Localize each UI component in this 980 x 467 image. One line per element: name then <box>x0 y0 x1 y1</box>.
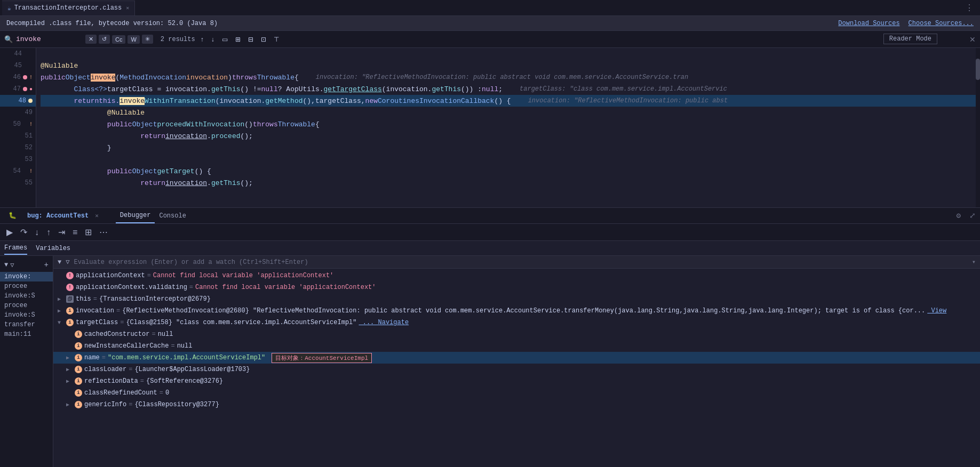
funnel-button[interactable]: ⊤ <box>272 35 281 44</box>
frame-item-invoke[interactable]: invoke: <box>0 272 53 281</box>
code-editor[interactable]: @Nullable public Object invoke ( MethodI… <box>36 48 976 207</box>
code-line-48: return this. invoke WithinTransaction (i… <box>41 95 976 107</box>
resume-button[interactable]: ▶ <box>4 226 15 238</box>
frame-item-proceed[interactable]: procee <box>0 281 53 291</box>
frames-panel: ▼ ▽ + invoke: procee invoke:S procee inv… <box>0 256 53 467</box>
var-val-invocation: {ReflectiveMethodInvocation@2680} "Refle… <box>122 307 925 315</box>
var-classLoader[interactable]: ▶ i classLoader = {Launcher$AppClassLoad… <box>53 364 980 375</box>
regex-button[interactable]: ✳ <box>142 35 153 44</box>
close-search-button[interactable]: ✕ <box>969 35 976 44</box>
prev-search-button[interactable]: ↺ <box>99 35 110 44</box>
var-newInstanceCallerCache[interactable]: i newInstanceCallerCache = null <box>53 340 980 352</box>
var-classRedefinedCount[interactable]: i classRedefinedCount = 0 <box>53 387 980 399</box>
filter-button-3[interactable]: ⊡ <box>259 35 268 44</box>
var-name[interactable]: ▶ i name = "com.mem.service.impl.Account… <box>53 352 980 364</box>
code-line-45: @Nullable <box>41 60 976 71</box>
collapse-targetClass[interactable]: ▼ <box>58 320 64 326</box>
error-icon-appctx: ! <box>66 272 74 279</box>
expand-invocation[interactable]: ▶ <box>58 308 64 314</box>
filter-vars-icon: ▼ <box>58 259 61 266</box>
gutter-line-46: 46 ! <box>0 71 36 83</box>
var-genericInfo[interactable]: ▶ i genericInfo = {ClassRepository@3277} <box>53 399 980 410</box>
watch-placeholder-text: Evaluate expression (Enter) or add a wat… <box>74 259 308 266</box>
highlight-all-button[interactable]: ▭ <box>220 35 230 44</box>
debug-maximize-icon[interactable]: ⤢ <box>969 211 976 220</box>
gutter-line-49: 49 <box>0 107 36 118</box>
chinese-annotation-label: 目标对象：AccountServiceImpl <box>272 353 372 363</box>
choose-sources-link[interactable]: Choose Sources... <box>909 20 974 27</box>
step-out-button[interactable]: ↑ <box>44 227 53 238</box>
breakpoint-marker-46[interactable] <box>23 75 27 79</box>
reader-mode-button[interactable]: Reader Mode <box>883 34 937 44</box>
tab-transaction-interceptor[interactable]: ☕ TransactionInterceptor.class ✕ <box>2 1 135 15</box>
var-name-classLoader: classLoader <box>84 366 126 373</box>
copy-icon-this: 🗐 <box>66 295 74 303</box>
var-cachedConstructor[interactable]: i cachedConstructor = null <box>53 328 980 340</box>
frame-item-proceed2[interactable]: procee <box>0 301 53 310</box>
scrollbar-thumb[interactable] <box>976 59 980 80</box>
vars-content: ▼ ▽ Evaluate expression (Enter) or add a… <box>53 256 980 467</box>
close-tab-icon[interactable]: ✕ <box>126 5 129 11</box>
debugger-section: 🐛 bug: AccountTest ✕ Debugger Console ⚙ … <box>0 208 980 467</box>
tab-debugger[interactable]: Debugger <box>116 208 155 223</box>
var-val-targetClass: {Class@2158} "class com.mem.service.impl… <box>126 319 356 326</box>
prev-result-button[interactable]: ↑ <box>198 35 206 44</box>
more-tabs-button[interactable]: ⋮ <box>961 3 978 13</box>
table-view-button[interactable]: ⊞ <box>83 226 94 238</box>
var-this[interactable]: ▶ 🗐 this = {TransactionInterceptor@2679} <box>53 293 980 305</box>
var-name-this: this <box>76 295 91 303</box>
close-debug-tab-icon[interactable]: ✕ <box>95 212 99 219</box>
frames-tab[interactable]: Frames <box>4 242 27 255</box>
var-applicationContext-validating[interactable]: ! applicationContext.validating = Cannot… <box>53 281 980 293</box>
debug-settings-icon[interactable]: ⚙ <box>957 211 961 220</box>
evaluate-button[interactable]: ≡ <box>70 227 79 238</box>
frame-item-invoke-s[interactable]: invoke:S <box>0 291 53 301</box>
frame-item-main[interactable]: main:11 <box>0 329 53 339</box>
watch-expression-bar[interactable]: ▼ ▽ Evaluate expression (Enter) or add a… <box>53 256 980 269</box>
variables-tab[interactable]: Variables <box>36 243 70 254</box>
filter-button-2[interactable]: ⊟ <box>246 35 256 44</box>
search-bar: 🔍 ✕ ↺ Cc W ✳ 2 results ↑ ↓ ▭ ⊞ ⊟ ⊡ ⊤ Rea… <box>0 31 980 48</box>
whole-word-button[interactable]: W <box>128 35 139 44</box>
notification-bar: Decompiled .class file, bytecode version… <box>0 16 980 31</box>
next-result-button[interactable]: ↓ <box>209 35 217 44</box>
show-all-button[interactable]: ⋯ <box>97 226 110 238</box>
var-reflectionData[interactable]: ▶ i reflectionData = {SoftReference@3276… <box>53 375 980 387</box>
navigate-invocation[interactable]: View <box>927 307 946 315</box>
tab-console[interactable]: Console <box>155 208 190 223</box>
step-over-button[interactable]: ↷ <box>18 226 29 238</box>
step-into-button[interactable]: ↓ <box>33 227 41 238</box>
expand-name[interactable]: ▶ <box>66 355 73 361</box>
code-line-53 <box>41 154 976 165</box>
frames-filter-bar: ▼ ▽ + <box>0 258 53 272</box>
frame-item-transfer[interactable]: transfer <box>0 320 53 329</box>
download-sources-link[interactable]: Download Sources <box>838 20 899 27</box>
gutter-line-47: 47 ● <box>0 83 36 95</box>
case-sensitive-button[interactable]: Cc <box>112 35 125 44</box>
var-invocation[interactable]: ▶ i invocation = {ReflectiveMethodInvoca… <box>53 305 980 317</box>
var-applicationContext[interactable]: ! applicationContext = Cannot find local… <box>53 270 980 281</box>
breakpoint-marker-47[interactable] <box>23 87 27 91</box>
navigate-targetClass[interactable]: ... Navigate <box>359 319 409 326</box>
warning-icon-46: ! <box>29 75 33 80</box>
var-val-classLoader: {Launcher$AppClassLoader@1703} <box>134 366 250 373</box>
code-line-54: public Object getTarget () { <box>41 165 976 177</box>
frame-item-invoke-s2[interactable]: invoke:S <box>0 310 53 320</box>
search-icon: 🔍 <box>4 35 13 44</box>
editor-vertical-scrollbar[interactable] <box>976 48 980 207</box>
run-to-cursor-button[interactable]: ⇥ <box>56 226 67 238</box>
expand-reflectionData[interactable]: ▶ <box>66 378 73 384</box>
filter-button-1[interactable]: ⊞ <box>233 35 243 44</box>
search-input[interactable] <box>16 35 80 43</box>
expand-classLoader[interactable]: ▶ <box>66 366 73 373</box>
add-watch-button[interactable]: + <box>44 261 49 269</box>
watch-dropdown-arrow[interactable]: ▾ <box>972 258 976 266</box>
info-icon-classLoader: i <box>75 366 82 373</box>
info-icon-classRedef: i <box>75 389 82 397</box>
debug-session-name[interactable]: AccountTest <box>46 212 89 220</box>
expand-genericInfo[interactable]: ▶ <box>66 401 73 408</box>
clear-search-button[interactable]: ✕ <box>85 35 97 44</box>
var-targetClass[interactable]: ▼ i targetClass = {Class@2158} "class co… <box>53 317 980 328</box>
var-name-invocation: invocation <box>76 307 114 315</box>
expand-this[interactable]: ▶ <box>58 296 64 302</box>
